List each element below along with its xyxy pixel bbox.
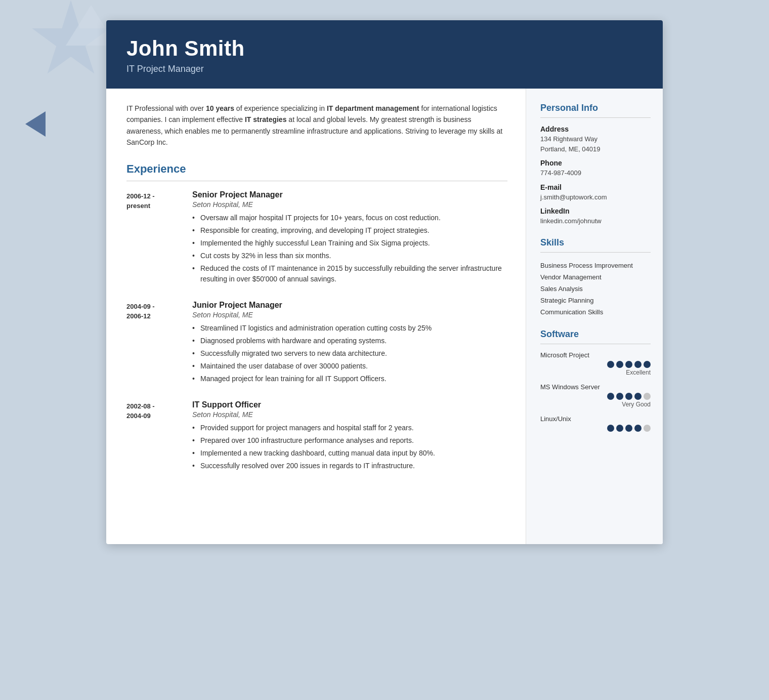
software-dots-1 <box>540 393 651 400</box>
exp-bullets-3: Provided support for project managers an… <box>192 423 507 471</box>
exp-company-3: Seton Hospital, ME <box>192 410 507 419</box>
dot <box>625 425 632 432</box>
bullet-item: Provided support for project managers an… <box>192 423 507 433</box>
software-name-0: Microsoft Project <box>540 351 651 359</box>
resume-container: John Smith IT Project Manager IT Profess… <box>106 20 663 544</box>
exp-job-title-1: Senior Project Manager <box>192 190 507 199</box>
skill-item-2: Sales Analysis <box>540 283 651 295</box>
bullet-item: Streamlined IT logistics and administrat… <box>192 323 507 334</box>
bullet-item: Diagnosed problems with hardware and ope… <box>192 336 507 346</box>
bullet-item: Prepared over 100 infrastructure perform… <box>192 435 507 446</box>
candidate-name: John Smith <box>126 36 643 61</box>
bullet-item: Implemented a new tracking dashboard, cu… <box>192 448 507 459</box>
address-label: Address <box>540 125 651 133</box>
bullet-item: Responsible for creating, improving, and… <box>192 225 507 236</box>
dot <box>616 361 623 368</box>
bullet-item: Reduced the costs of IT maintenance in 2… <box>192 263 507 284</box>
phone-label: Phone <box>540 159 651 167</box>
dot <box>644 393 651 400</box>
personal-info-title: Personal Info <box>540 103 651 113</box>
exp-company-1: Seton Hospital, ME <box>192 200 507 209</box>
dot <box>625 361 632 368</box>
experience-divider <box>126 181 507 181</box>
dot <box>616 425 623 432</box>
software-item-0: Microsoft Project Excellent <box>540 351 651 376</box>
exp-details-1: Senior Project Manager Seton Hospital, M… <box>192 190 507 286</box>
resume-header: John Smith IT Project Manager <box>106 20 663 89</box>
dot <box>644 361 651 368</box>
software-name-2: Linux/Unix <box>540 415 651 423</box>
exp-details-3: IT Support Officer Seton Hospital, ME Pr… <box>192 400 507 473</box>
software-dots-2 <box>540 425 651 432</box>
exp-company-2: Seton Hospital, ME <box>192 311 507 319</box>
exp-entry-1: 2006-12 -present Senior Project Manager … <box>126 190 507 286</box>
exp-dates-1: 2006-12 -present <box>126 190 182 286</box>
dot <box>644 425 651 432</box>
bullet-item: Implemented the highly successful Lean T… <box>192 238 507 249</box>
exp-job-title-2: Junior Project Manager <box>192 301 507 310</box>
bullet-item: Managed project for lean training for al… <box>192 374 507 384</box>
dot <box>634 425 642 432</box>
exp-dates-3: 2002-08 -2004-09 <box>126 400 182 473</box>
phone-value: 774-987-4009 <box>540 168 651 178</box>
software-name-1: MS Windows Server <box>540 383 651 391</box>
dot <box>634 361 642 368</box>
skills-divider <box>540 252 651 253</box>
linkedin-value: linkedin.com/johnutw <box>540 216 651 226</box>
skill-item-1: Vendor Management <box>540 271 651 283</box>
candidate-title: IT Project Manager <box>126 64 643 74</box>
deco-arrow <box>25 111 46 137</box>
email-label: E-mail <box>540 183 651 191</box>
dot <box>607 393 614 400</box>
exp-bullets-1: Oversaw all major hospital IT projects f… <box>192 213 507 284</box>
linkedin-label: LinkedIn <box>540 207 651 215</box>
skill-item-3: Strategic Planning <box>540 295 651 306</box>
software-item-1: MS Windows Server Very Good <box>540 383 651 408</box>
software-item-2: Linux/Unix <box>540 415 651 432</box>
phone-block: Phone 774-987-4009 <box>540 159 651 178</box>
sidebar: Personal Info Address 134 Rightward WayP… <box>526 89 663 544</box>
exp-details-2: Junior Project Manager Seton Hospital, M… <box>192 301 507 386</box>
address-block: Address 134 Rightward WayPortland, ME, 0… <box>540 125 651 154</box>
main-content: IT Professional with over 10 years of ex… <box>106 89 526 544</box>
dot <box>607 361 614 368</box>
skill-item-4: Communication Skills <box>540 306 651 318</box>
dot <box>634 393 642 400</box>
email-block: E-mail j.smith@uptowork.com <box>540 183 651 202</box>
software-rating-1: Very Good <box>540 401 651 408</box>
linkedin-block: LinkedIn linkedin.com/johnutw <box>540 207 651 226</box>
skill-item-0: Business Process Improvement <box>540 260 651 271</box>
resume-body: IT Professional with over 10 years of ex… <box>106 89 663 544</box>
bullet-item: Maintained the user database of over 300… <box>192 361 507 372</box>
bullet-item: Oversaw all major hospital IT projects f… <box>192 213 507 223</box>
dot <box>616 393 623 400</box>
bullet-item: Cut costs by 32% in less than six months… <box>192 251 507 261</box>
address-value: 134 Rightward WayPortland, ME, 04019 <box>540 134 651 154</box>
exp-job-title-3: IT Support Officer <box>192 400 507 409</box>
bullet-item: Successfully resolved over 200 issues in… <box>192 461 507 471</box>
email-value: j.smith@uptowork.com <box>540 192 651 202</box>
software-rating-0: Excellent <box>540 369 651 376</box>
exp-dates-2: 2004-09 -2006-12 <box>126 301 182 386</box>
experience-section-title: Experience <box>126 162 507 176</box>
software-dots-0 <box>540 361 651 368</box>
dot <box>625 393 632 400</box>
software-divider <box>540 344 651 344</box>
exp-entry-2: 2004-09 -2006-12 Junior Project Manager … <box>126 301 507 386</box>
dot <box>607 425 614 432</box>
exp-bullets-2: Streamlined IT logistics and administrat… <box>192 323 507 384</box>
bullet-item: Successfully migrated two servers to new… <box>192 348 507 359</box>
personal-info-divider <box>540 117 651 118</box>
software-title: Software <box>540 329 651 340</box>
exp-entry-3: 2002-08 -2004-09 IT Support Officer Seto… <box>126 400 507 473</box>
summary-text: IT Professional with over 10 years of ex… <box>126 103 507 148</box>
skills-title: Skills <box>540 237 651 248</box>
